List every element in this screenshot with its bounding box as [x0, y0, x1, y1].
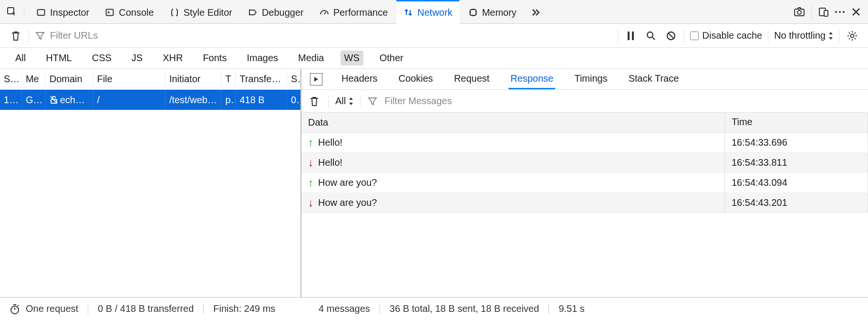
separator [768, 29, 768, 43]
tab-memory[interactable]: Memory [461, 0, 523, 24]
message-row[interactable]: ↓Hello!16:54:33.811 [301, 153, 868, 173]
requests-header: S… Me Domain File Initiator T Transfer… … [0, 69, 300, 90]
search-icon[interactable] [644, 29, 658, 43]
toggle-raw-icon[interactable] [310, 73, 322, 85]
tab-label: Memory [482, 7, 517, 18]
detail-tab-headers[interactable]: Headers [340, 69, 380, 89]
messages-body: ↑Hello!16:54:33.696↓Hello!16:54:33.811↑H… [301, 133, 868, 213]
col-status[interactable]: S… [0, 70, 22, 88]
col-method[interactable]: Me [22, 70, 46, 88]
type-fonts[interactable]: Fonts [199, 51, 230, 65]
detail-tab-stack[interactable]: Stack Trace [627, 69, 681, 89]
request-row[interactable]: 101 GET ech… / /test/web… pl 418 B 0 [0, 90, 300, 110]
stopwatch-icon [8, 302, 22, 316]
inspector-icon [36, 7, 46, 18]
status-requests: One request [22, 303, 88, 314]
disable-cache-checkbox[interactable] [690, 32, 699, 40]
col-initiator[interactable]: Initiator [165, 70, 222, 88]
message-time: 16:54:43.094 [725, 173, 868, 192]
col-data[interactable]: Data [301, 113, 725, 132]
detail-pane: Headers Cookies Request Response Timings… [301, 69, 868, 297]
type-css[interactable]: CSS [88, 51, 115, 65]
responsive-mode-icon[interactable] [816, 5, 831, 19]
close-icon[interactable] [849, 5, 863, 19]
filter-urls-input[interactable] [50, 30, 184, 41]
svg-point-8 [835, 11, 837, 13]
tab-label: Style Editor [184, 7, 232, 18]
status-messages: 4 messages [309, 303, 380, 314]
detail-tab-request[interactable]: Request [452, 69, 492, 89]
arrow-up-icon: ↑ [308, 177, 313, 189]
overflow-tabs-icon[interactable] [529, 5, 543, 19]
svg-point-10 [843, 11, 845, 13]
filter-messages-input[interactable] [384, 96, 505, 107]
funnel-icon [367, 96, 378, 107]
type-images[interactable]: Images [243, 51, 282, 65]
separator [29, 29, 29, 43]
detail-tab-response[interactable]: Response [508, 69, 555, 89]
detail-tab-cookies[interactable]: Cookies [397, 69, 435, 89]
type-all[interactable]: All [11, 51, 30, 65]
col-domain[interactable]: Domain [46, 70, 93, 88]
col-size[interactable]: S [287, 70, 300, 88]
message-data: Hello! [318, 137, 342, 148]
type-js[interactable]: JS [128, 51, 146, 65]
message-data: How are you? [318, 197, 377, 208]
message-row[interactable]: ↑How are you?16:54:43.094 [301, 173, 868, 193]
clear-messages-icon[interactable] [307, 94, 321, 108]
message-row[interactable]: ↓How are you?16:54:43.201 [301, 193, 868, 213]
tab-performance[interactable]: Performance [312, 0, 395, 24]
tab-label: Inspector [50, 7, 89, 18]
svg-point-5 [797, 11, 801, 14]
performance-icon [319, 7, 330, 18]
status-bytes: 36 B total, 18 B sent, 18 B received [380, 303, 549, 314]
col-type[interactable]: T [221, 70, 236, 88]
throttling-label: No throttling [774, 30, 826, 41]
cell-domain: ech… [46, 91, 93, 109]
type-ws[interactable]: WS [341, 51, 363, 65]
svg-rect-12 [632, 32, 634, 40]
debugger-icon [248, 7, 258, 18]
cell-status: 101 [0, 91, 22, 109]
col-time[interactable]: Time [725, 113, 868, 132]
more-icon[interactable] [833, 5, 847, 19]
type-html[interactable]: HTML [42, 51, 75, 65]
detail-tab-timings[interactable]: Timings [572, 69, 609, 89]
pick-element-icon[interactable] [5, 5, 19, 19]
pause-icon[interactable] [624, 29, 638, 43]
tab-style-editor[interactable]: Style Editor [163, 0, 239, 24]
col-transferred[interactable]: Transfer… [236, 70, 287, 88]
arrow-down-icon: ↓ [308, 197, 313, 209]
tab-label: Performance [333, 7, 388, 18]
disable-cache-toggle[interactable]: Disable cache [690, 30, 763, 41]
message-time: 16:54:43.201 [725, 193, 868, 212]
separator [684, 29, 684, 43]
tab-console[interactable]: Console [98, 0, 160, 24]
memory-icon [468, 7, 478, 18]
svg-point-13 [647, 32, 653, 38]
select-arrows-icon [349, 97, 353, 106]
detail-tabs: Headers Cookies Request Response Timings… [301, 69, 868, 90]
funnel-icon [35, 31, 45, 41]
type-xhr[interactable]: XHR [159, 51, 186, 65]
tab-debugger[interactable]: Debugger [241, 0, 310, 24]
select-arrows-icon [828, 32, 833, 40]
type-media[interactable]: Media [294, 51, 328, 65]
message-filter-dropdown[interactable]: All [335, 96, 361, 107]
cell-transferred: 418 B [236, 91, 287, 109]
insecure-icon [50, 96, 58, 104]
clear-icon[interactable] [9, 29, 23, 43]
screenshot-icon[interactable] [792, 5, 806, 19]
tab-inspector[interactable]: Inspector [29, 0, 96, 24]
tab-network[interactable]: Network [396, 0, 459, 24]
status-bar: One request 0 B / 418 B transferred Fini… [0, 297, 868, 320]
cell-initiator: /test/web… [165, 91, 222, 109]
message-row[interactable]: ↑Hello!16:54:33.696 [301, 133, 868, 153]
type-other[interactable]: Other [376, 51, 407, 65]
settings-gear-icon[interactable] [845, 29, 859, 43]
col-file[interactable]: File [93, 70, 165, 88]
throttling-select[interactable]: No throttling [774, 30, 833, 41]
tab-label: Console [119, 7, 154, 18]
block-icon[interactable] [664, 29, 678, 43]
devtools-tabbar: Inspector Console Style Editor Debugger … [0, 0, 868, 24]
